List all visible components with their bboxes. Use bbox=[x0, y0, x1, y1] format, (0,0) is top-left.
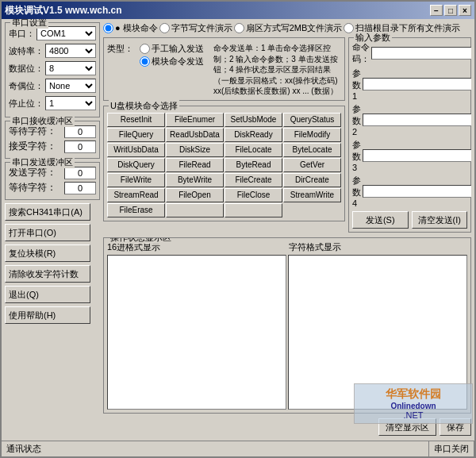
cmd-btn-FileQuery[interactable]: FileQuery bbox=[107, 128, 165, 142]
databits-select[interactable]: 8 bbox=[45, 61, 96, 75]
param4-label: 参数4 bbox=[352, 175, 361, 208]
stopbits-row: 停止位： 1 bbox=[9, 96, 96, 110]
reset-module-button[interactable]: 复位块模(R) bbox=[5, 244, 90, 262]
minimize-button[interactable]: − bbox=[430, 5, 443, 16]
wait-send-label: 等待字符： bbox=[9, 181, 56, 194]
window-title: 模块调试V1.5 www.wch.cn bbox=[5, 4, 430, 17]
char-output[interactable] bbox=[288, 255, 467, 410]
cmd-btn-ReadUsbData[interactable]: ReadUsbData bbox=[166, 128, 224, 142]
search-port-button[interactable]: 搜索CH341串口(A) bbox=[5, 203, 90, 221]
cmd-btn-ByteWrite[interactable]: ByteWrite bbox=[166, 173, 224, 187]
cmd-code-input[interactable] bbox=[371, 47, 471, 60]
stopbits-select[interactable]: 1 bbox=[45, 96, 96, 110]
params-title: 输入参数 bbox=[354, 32, 392, 44]
cmd-btn-FileLocate[interactable]: FileLocate bbox=[225, 143, 282, 157]
serial-settings-title: 串口设置 bbox=[10, 19, 48, 29]
baud-label: 波特率： bbox=[9, 45, 44, 57]
baud-row: 波特率： 4800 bbox=[9, 44, 96, 58]
tab-write-file[interactable]: 字节写文件演示 bbox=[159, 22, 232, 34]
databits-label: 数据位： bbox=[9, 63, 44, 75]
type-module[interactable]: 模块命令发送 bbox=[140, 56, 204, 67]
hex-output[interactable] bbox=[107, 255, 286, 410]
cmd-btn-DiskSize[interactable]: DiskSize bbox=[166, 143, 224, 157]
cmd-btn-FileClose[interactable]: FileClose bbox=[225, 188, 282, 202]
maximize-button[interactable]: □ bbox=[444, 5, 457, 16]
wait-send-row: 等待字符： bbox=[9, 181, 96, 194]
main-window: 模块调试V1.5 www.wch.cn − □ × 串口设置 串口： COM1 … bbox=[0, 0, 476, 458]
cmd-btn-FileCreate[interactable]: FileCreate bbox=[225, 173, 282, 187]
char-label: 字符格式显示 bbox=[289, 241, 467, 253]
parity-select[interactable]: None bbox=[45, 79, 96, 93]
recv-buffer-group: 串口接收缓冲区 等待字符： 接受字符： bbox=[5, 121, 100, 159]
left-panel: 串口设置 串口： COM1 波特率： 4800 数据位： 8 bbox=[5, 22, 100, 437]
cmd-btn-SetUsbMode[interactable]: SetUsbMode bbox=[225, 113, 282, 127]
param1-label: 参数1 bbox=[352, 67, 361, 101]
param2-label: 参数2 bbox=[352, 103, 361, 137]
tabs-row: ● 模块命令 字节写文件演示 扇区方式写2MB文件演示 扫描根目录下所有文件演示 bbox=[103, 22, 471, 34]
port-status: 串口关闭 bbox=[429, 441, 474, 456]
recv-chars-input[interactable] bbox=[64, 140, 96, 153]
cmd-btn-DiskReady[interactable]: DiskReady bbox=[225, 128, 282, 142]
clear-count-button[interactable]: 清除收发字符计数 bbox=[5, 265, 90, 283]
cmd-btn-FileEnumer[interactable]: FileEnumer bbox=[166, 113, 224, 127]
databits-row: 数据位： 8 bbox=[9, 61, 96, 75]
cmd-btn-GetVer[interactable]: GetVer bbox=[283, 158, 341, 172]
exit-button[interactable]: 退出(Q) bbox=[5, 286, 90, 303]
desc-text: 命令发送单：1 单击命令选择区控制；2 输入命令参数；3 单击发送按钮；4 操作… bbox=[213, 43, 341, 97]
param2-input[interactable] bbox=[363, 114, 471, 126]
title-bar: 模块调试V1.5 www.wch.cn − □ × bbox=[2, 2, 474, 19]
send-button[interactable]: 发送(S) bbox=[352, 211, 409, 229]
params-group: 输入参数 命令码： 参数1 参数2 参数3 bbox=[348, 37, 471, 233]
serial-settings-group: 串口设置 串口： COM1 波特率： 4800 数据位： 8 bbox=[5, 22, 100, 117]
help-button[interactable]: 使用帮助(H) bbox=[5, 306, 90, 324]
port-label: 串口： bbox=[9, 28, 35, 40]
cmd-btn-FileModify[interactable]: FileModify bbox=[283, 128, 341, 142]
close-button[interactable]: × bbox=[459, 5, 471, 16]
param1-input[interactable] bbox=[363, 78, 471, 90]
cmd-btn-FileRead[interactable]: FileRead bbox=[166, 158, 224, 172]
cmd-btn-FileWrite[interactable]: FileWrite bbox=[107, 173, 165, 187]
clear-display-button[interactable]: 清空显示区 bbox=[378, 418, 436, 436]
output-group: 操作状态显示区 16进格式显示 字符格式显示 bbox=[103, 237, 471, 414]
cmd-btn-WritUsbData[interactable]: WritUsbData bbox=[107, 143, 165, 157]
cmd-btn-DiskQuery[interactable]: DiskQuery bbox=[107, 158, 165, 172]
tab-module-cmd[interactable]: ● 模块命令 bbox=[103, 22, 158, 34]
baud-select[interactable]: 4800 bbox=[45, 44, 96, 58]
send-buffer-title: 串口发送缓冲区 bbox=[10, 156, 75, 168]
send-buffer-group: 串口发送缓冲区 发送字符： 等待字符： bbox=[5, 162, 100, 200]
clear-send-button[interactable]: 清空发送(I) bbox=[412, 211, 468, 229]
cmd-btn-FileOpen[interactable]: FileOpen bbox=[166, 188, 224, 202]
cmd-btn-StreamRead[interactable]: StreamRead bbox=[107, 188, 165, 202]
cmd-btn-ByteRead[interactable]: ByteRead bbox=[225, 158, 282, 172]
content-area: 串口设置 串口： COM1 波特率： 4800 数据位： 8 bbox=[2, 19, 474, 441]
parity-row: 奇偶位： None bbox=[9, 79, 96, 93]
cmd-code-label: 命令码： bbox=[352, 41, 370, 65]
param3-label: 参数3 bbox=[352, 139, 361, 172]
wait-send-input[interactable] bbox=[64, 182, 96, 194]
type-radios: 手工输入发送 模块命令发送 bbox=[140, 43, 204, 67]
param3-input[interactable] bbox=[363, 149, 471, 162]
open-port-button[interactable]: 打开串口(O) bbox=[5, 224, 90, 241]
type-manual[interactable]: 手工输入发送 bbox=[140, 43, 204, 55]
cmd-btn-ResetInit[interactable]: ResetInit bbox=[107, 113, 165, 127]
output-group-title: 操作状态显示区 bbox=[109, 237, 173, 244]
desc-group: 类型： 手工输入发送 模块命令发送 bbox=[103, 37, 345, 101]
cmd-btn-ByteLocate[interactable]: ByteLocate bbox=[283, 143, 341, 157]
type-row: 类型： 手工输入发送 模块命令发送 bbox=[107, 43, 341, 97]
cmd-btn-StreamWrite[interactable]: StreamWrite bbox=[283, 188, 341, 202]
cmd-btn-empty bbox=[166, 203, 224, 217]
cmd-btn-FileErase[interactable]: FileErase bbox=[107, 203, 165, 217]
parity-label: 奇偶位： bbox=[9, 80, 44, 92]
param2-row: 参数2 bbox=[352, 103, 467, 137]
tab-sector-write[interactable]: 扇区方式写2MB文件演示 bbox=[234, 22, 343, 34]
recv-chars-row: 接受字符： bbox=[9, 140, 96, 153]
cmd-btn-QueryStatus[interactable]: QueryStatus bbox=[283, 113, 341, 127]
param4-input[interactable] bbox=[363, 185, 471, 198]
save-button[interactable]: 保存 bbox=[440, 418, 471, 436]
usb-commands-group: U盘模块命令选择 ResetInitFileEnumerSetUsbModeQu… bbox=[103, 106, 345, 221]
usb-commands-title: U盘模块命令选择 bbox=[109, 100, 179, 112]
output-textareas bbox=[104, 253, 470, 413]
param3-row: 参数3 bbox=[352, 139, 467, 172]
comm-status: 通讯状态 bbox=[2, 441, 429, 456]
cmd-btn-DirCreate[interactable]: DirCreate bbox=[283, 173, 341, 187]
